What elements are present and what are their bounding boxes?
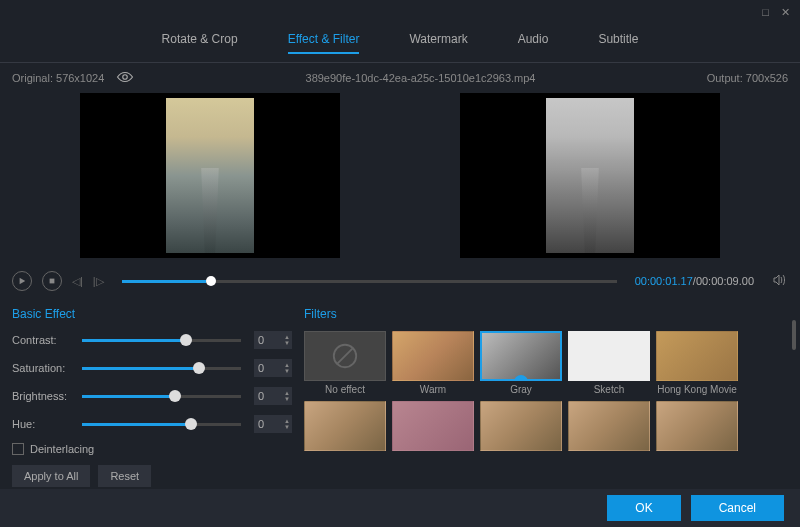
titlebar: □ ✕: [0, 0, 800, 24]
filter-gray[interactable]: ✓Gray: [480, 331, 562, 395]
filter-label: No effect: [325, 384, 365, 395]
tab-audio[interactable]: Audio: [518, 32, 549, 54]
filename: 389e90fe-10dc-42ea-a25c-15010e1c2963.mp4: [306, 72, 536, 84]
filter-thumb: [304, 401, 386, 451]
tabs: Rotate & CropEffect & FilterWatermarkAud…: [0, 24, 800, 63]
spinner-saturation[interactable]: 0 ▲▼: [254, 359, 292, 377]
cancel-button[interactable]: Cancel: [691, 495, 784, 521]
basic-effect-panel: Basic Effect Contrast: 0 ▲▼ Saturation: …: [12, 307, 292, 487]
spinner-brightness[interactable]: 0 ▲▼: [254, 387, 292, 405]
slider-handle[interactable]: [193, 362, 205, 374]
filter-item-8[interactable]: [568, 401, 650, 454]
filters-panel: Filters No effectWarm✓GraySketchHong Kon…: [304, 307, 788, 487]
spinner-hue[interactable]: 0 ▲▼: [254, 415, 292, 433]
info-bar: Original: 576x1024 389e90fe-10dc-42ea-a2…: [0, 63, 800, 93]
slider-label: Hue:: [12, 418, 74, 430]
svg-point-0: [123, 75, 128, 80]
footer: OK Cancel: [0, 489, 800, 527]
filter-item-7[interactable]: [480, 401, 562, 454]
filter-thumb: [480, 401, 562, 451]
output-thumb: [546, 98, 634, 253]
no-effect-icon: [331, 342, 359, 370]
playback-controls: ◁| |▷ 00:00:01.17/00:00:09.00: [0, 263, 800, 299]
output-dimensions: Output: 700x526: [707, 72, 788, 84]
filter-label: Warm: [420, 384, 446, 395]
preview-area: [0, 93, 800, 263]
filter-item-6[interactable]: [392, 401, 474, 454]
filter-label: Sketch: [594, 384, 625, 395]
tab-effect-filter[interactable]: Effect & Filter: [288, 32, 360, 54]
slider-label: Contrast:: [12, 334, 74, 346]
filter-no-effect[interactable]: No effect: [304, 331, 386, 395]
slider-handle[interactable]: [185, 418, 197, 430]
filter-label: Gray: [510, 384, 532, 395]
filter-thumb: ✓: [480, 331, 562, 381]
svg-rect-1: [50, 279, 55, 284]
slider-label: Brightness:: [12, 390, 74, 402]
stop-button[interactable]: [42, 271, 62, 291]
slider-handle[interactable]: [180, 334, 192, 346]
slider-handle[interactable]: [169, 390, 181, 402]
spinner-down-icon[interactable]: ▼: [284, 396, 290, 402]
filter-item-9[interactable]: [656, 401, 738, 454]
slider-hue[interactable]: [82, 423, 240, 426]
total-time: /00:00:09.00: [693, 275, 754, 287]
play-button[interactable]: [12, 271, 32, 291]
preview-output: [460, 93, 720, 258]
slider-saturation[interactable]: [82, 367, 240, 370]
filter-thumb: [568, 331, 650, 381]
filter-thumb: [304, 331, 386, 381]
filter-sketch[interactable]: Sketch: [568, 331, 650, 395]
check-icon: ✓: [514, 375, 528, 381]
filter-thumb: [392, 401, 474, 451]
slider-contrast[interactable]: [82, 339, 240, 342]
apply-all-button[interactable]: Apply to All: [12, 465, 90, 487]
filter-thumb: [568, 401, 650, 451]
scrollbar[interactable]: [792, 320, 796, 350]
slider-label: Saturation:: [12, 362, 74, 374]
spinner-down-icon[interactable]: ▼: [284, 424, 290, 430]
slider-brightness[interactable]: [82, 395, 240, 398]
filter-thumb: [392, 331, 474, 381]
close-button[interactable]: ✕: [781, 6, 790, 19]
spinner-down-icon[interactable]: ▼: [284, 368, 290, 374]
spinner-contrast[interactable]: 0 ▲▼: [254, 331, 292, 349]
timeline-handle[interactable]: [206, 276, 216, 286]
ok-button[interactable]: OK: [607, 495, 680, 521]
preview-original: [80, 93, 340, 258]
next-frame-button[interactable]: |▷: [93, 275, 104, 288]
tab-subtitle[interactable]: Subtitle: [598, 32, 638, 54]
current-time: 00:00:01.17: [635, 275, 693, 287]
filter-thumb: [656, 331, 738, 381]
volume-icon[interactable]: [772, 273, 788, 289]
filter-item-5[interactable]: [304, 401, 386, 454]
tab-watermark[interactable]: Watermark: [409, 32, 467, 54]
tab-rotate-crop[interactable]: Rotate & Crop: [162, 32, 238, 54]
eye-icon[interactable]: [116, 71, 134, 85]
original-thumb: [166, 98, 254, 253]
timeline-progress: [122, 280, 206, 283]
basic-effect-title: Basic Effect: [12, 307, 292, 321]
filter-thumb: [656, 401, 738, 451]
prev-frame-button[interactable]: ◁|: [72, 275, 83, 288]
filter-warm[interactable]: Warm: [392, 331, 474, 395]
filter-label: Hong Kong Movie: [657, 384, 737, 395]
deinterlacing-label: Deinterlacing: [30, 443, 94, 455]
deinterlacing-checkbox[interactable]: [12, 443, 24, 455]
svg-line-3: [337, 348, 354, 365]
filter-hong-kong-movie[interactable]: Hong Kong Movie: [656, 331, 738, 395]
spinner-down-icon[interactable]: ▼: [284, 340, 290, 346]
reset-button[interactable]: Reset: [98, 465, 151, 487]
original-dimensions: Original: 576x1024: [12, 72, 104, 84]
filters-title: Filters: [304, 307, 788, 321]
maximize-button[interactable]: □: [762, 6, 769, 18]
timeline[interactable]: [122, 280, 617, 283]
